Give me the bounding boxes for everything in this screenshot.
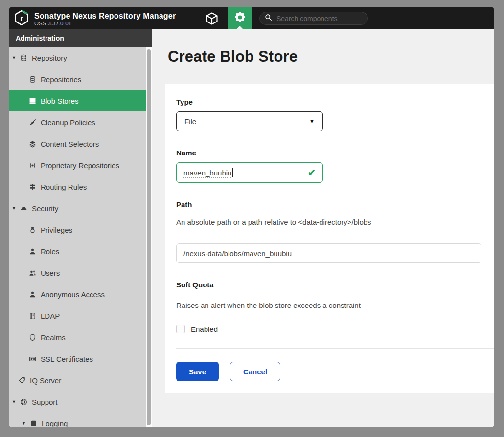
sidebar-item-ldap[interactable]: LDAP	[9, 305, 146, 327]
svg-text:r: r	[20, 15, 23, 22]
server-stack-icon	[28, 97, 37, 105]
name-label: Name	[176, 149, 482, 157]
address-book-icon	[28, 312, 37, 320]
sidebar-heading: Administration	[9, 29, 152, 47]
sidebar-item-support[interactable]: ▼Support	[9, 391, 146, 413]
sidebar-scrollbar-track[interactable]	[146, 47, 152, 427]
sidebar-item-realms[interactable]: Realms	[9, 327, 146, 348]
database-icon	[20, 54, 28, 62]
sidebar-item-content-selectors[interactable]: Content Selectors	[9, 133, 146, 154]
sidebar-item-label: IQ Server	[30, 376, 61, 385]
search-box[interactable]	[259, 12, 368, 25]
green-check-icon: ✔	[308, 168, 316, 177]
nexus-logo: r	[13, 9, 30, 29]
hardhat-icon	[20, 204, 28, 213]
path-help-text: An absolute path or a path relative to <…	[176, 218, 482, 227]
sidebar-item-label: Support	[32, 398, 58, 406]
chevron-down-icon: ▼	[309, 118, 315, 124]
expand-caret-icon[interactable]: ▼	[12, 206, 20, 211]
role-person-icon	[28, 247, 37, 256]
sidebar-item-label: Security	[32, 204, 58, 213]
person-icon	[28, 290, 37, 299]
sidebar-item-logging[interactable]: ▼Logging	[9, 413, 146, 427]
save-button[interactable]: Save	[176, 362, 219, 381]
sidebar-item-proprietary-repositories[interactable]: Proprietary Repositories	[9, 154, 146, 176]
sidebar-item-label: Anonymous Access	[41, 290, 105, 299]
name-input[interactable]: maven_buubiu ✔	[176, 162, 323, 183]
shield-icon	[28, 333, 37, 342]
sidebar-item-label: Cleanup Policies	[41, 118, 95, 127]
sidebar-item-repository[interactable]: ▼Repository	[9, 47, 146, 68]
sidebar-item-ssl-certificates[interactable]: SSL Certificates	[9, 348, 146, 370]
form-card: Type File ▼ Name maven_buubiu ✔ Path An …	[165, 84, 494, 393]
sidebar-item-label: SSL Certificates	[41, 355, 93, 363]
lifering-icon	[20, 398, 28, 406]
tags-icon	[18, 376, 26, 385]
sidebar-item-anonymous-access[interactable]: Anonymous Access	[9, 284, 146, 305]
enabled-checkbox[interactable]	[176, 325, 185, 333]
users-icon	[28, 269, 37, 277]
sidebar-item-users[interactable]: Users	[9, 262, 146, 284]
soft-quota-label: Soft Quota	[176, 281, 482, 289]
main-content: Create Blob Store Type File ▼ Name maven…	[152, 29, 494, 427]
admin-sidebar: Administration ▼RepositoryRepositoriesBl…	[9, 29, 152, 427]
name-input-value: maven_buubiu	[183, 169, 231, 178]
type-label: Type	[176, 98, 482, 107]
enabled-checkbox-label: Enabled	[191, 325, 218, 333]
path-input[interactable]	[176, 243, 481, 263]
form-divider	[176, 348, 494, 349]
sidebar-item-label: Realms	[41, 333, 66, 342]
sidebar-item-privileges[interactable]: Privileges	[9, 219, 146, 240]
page-title: Create Blob Store	[168, 48, 298, 66]
soft-quota-help-text: Raises an alert when the blob store exce…	[176, 301, 482, 310]
text-cursor	[232, 168, 233, 177]
brand: r Sonatype Nexus Repository Manager OSS …	[13, 9, 176, 29]
badge-icon	[28, 226, 37, 234]
sidebar-item-label: Logging	[42, 419, 68, 428]
sidebar-scrollbar-thumb[interactable]	[147, 49, 151, 425]
sidebar-item-label: Repositories	[41, 75, 81, 84]
sidebar-item-security[interactable]: ▼Security	[9, 197, 146, 219]
expand-caret-icon[interactable]: ▼	[12, 399, 20, 404]
sidebar-item-label: Content Selectors	[41, 140, 99, 148]
app-title: Sonatype Nexus Repository Manager	[34, 12, 176, 21]
sidebar-item-cleanup-policies[interactable]: Cleanup Policies	[9, 111, 146, 133]
sidebar-item-label: Users	[41, 269, 60, 277]
soft-quota-enabled-row: Enabled	[176, 325, 482, 333]
sidebar-item-label: Roles	[41, 247, 59, 256]
search-input[interactable]	[275, 14, 361, 23]
sidebar-item-roles[interactable]: Roles	[9, 240, 146, 262]
sidebar-item-label: Blob Stores	[41, 97, 79, 105]
top-header-bar: r Sonatype Nexus Repository Manager OSS …	[9, 7, 494, 29]
active-tab-notch	[236, 26, 243, 29]
form-actions: Save Cancel	[176, 362, 482, 381]
sidebar-item-label: Repository	[32, 54, 67, 62]
search-icon	[265, 14, 272, 23]
expand-caret-icon[interactable]: ▼	[22, 421, 29, 426]
browse-cube-icon[interactable]	[205, 11, 219, 26]
admin-mode-tab[interactable]	[228, 7, 252, 29]
sidebar-nav: ▼RepositoryRepositoriesBlob StoresCleanu…	[9, 47, 146, 427]
sidebar-item-label: LDAP	[41, 312, 60, 320]
scroll-icon	[29, 419, 38, 428]
broom-icon	[28, 118, 37, 127]
sidebar-item-routing-rules[interactable]: Routing Rules	[9, 176, 146, 197]
path-label: Path	[176, 200, 482, 209]
sidebar-item-label: Routing Rules	[41, 183, 87, 191]
expand-caret-icon[interactable]: ▼	[12, 55, 20, 60]
sidebar-item-iq-server[interactable]: IQ Server	[9, 370, 146, 391]
settings-gear-icon	[233, 11, 247, 26]
sidebar-item-label: Proprietary Repositories	[41, 161, 119, 170]
sidebar-item-repositories[interactable]: Repositories	[9, 68, 146, 90]
app-version: OSS 3.37.0-01	[34, 21, 176, 27]
sidebar-item-blob-stores[interactable]: Blob Stores	[9, 90, 146, 111]
type-select-value: File	[184, 117, 196, 126]
layers-icon	[28, 140, 37, 148]
proprietary-hands-icon	[28, 161, 37, 170]
type-select[interactable]: File ▼	[176, 111, 323, 131]
signpost-icon	[28, 183, 37, 191]
sidebar-item-label: Privileges	[41, 226, 72, 234]
database-icon	[28, 75, 37, 84]
cancel-button[interactable]: Cancel	[230, 362, 280, 381]
app-window: r Sonatype Nexus Repository Manager OSS …	[9, 7, 494, 427]
